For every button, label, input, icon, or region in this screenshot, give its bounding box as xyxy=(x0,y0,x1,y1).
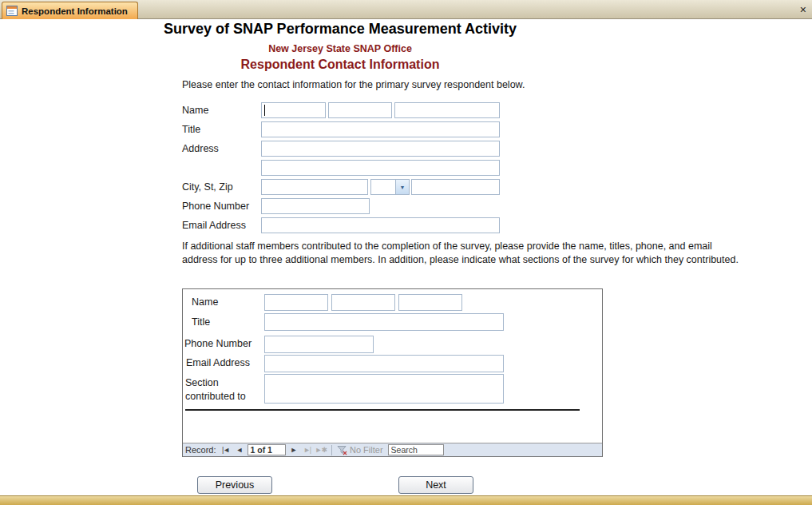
subform-name-label: Name xyxy=(192,296,218,308)
name-label: Name xyxy=(182,105,208,116)
previous-button[interactable]: Previous xyxy=(197,476,272,494)
email-input[interactable] xyxy=(261,217,500,233)
title-input[interactable] xyxy=(261,121,500,137)
subform-section-label: Section contributed to xyxy=(185,376,265,404)
zip-input[interactable] xyxy=(411,179,500,195)
address-label: Address xyxy=(182,143,219,154)
subform-first-name-input[interactable] xyxy=(264,294,328,311)
subform-section-input[interactable] xyxy=(264,374,504,404)
first-name-input[interactable] xyxy=(261,102,326,118)
tab-label: Respondent Information xyxy=(22,6,128,16)
last-name-input[interactable] xyxy=(394,102,500,118)
section-title: Respondent Contact Information xyxy=(0,58,680,72)
subform-phone-label: Phone Number xyxy=(184,338,252,349)
subform-title-input[interactable] xyxy=(264,313,504,331)
address-line1-input[interactable] xyxy=(261,141,500,157)
instructions-text: Please enter the contact information for… xyxy=(182,79,525,90)
record-search-input[interactable] xyxy=(388,444,444,455)
email-label: Email Address xyxy=(182,220,246,231)
new-record-icon[interactable]: ►✱ xyxy=(315,446,327,454)
first-record-icon[interactable]: |◄ xyxy=(220,446,232,454)
office-subtitle: New Jersey State SNAP Office xyxy=(0,43,680,54)
no-filter-icon xyxy=(337,445,347,455)
text-cursor xyxy=(264,105,265,116)
form-icon xyxy=(6,6,18,16)
middle-name-input[interactable] xyxy=(328,102,392,118)
tab-bar: Respondent Information × xyxy=(0,0,812,19)
subform-divider xyxy=(185,409,580,411)
subform-middle-name-input[interactable] xyxy=(331,294,395,311)
dropdown-arrow-icon[interactable]: ▼ xyxy=(395,180,409,194)
tab-respondent-information[interactable]: Respondent Information xyxy=(2,2,138,19)
city-st-zip-label: City, St, Zip xyxy=(182,181,233,193)
next-button[interactable]: Next xyxy=(398,476,473,494)
phone-label: Phone Number xyxy=(182,201,249,212)
filter-status[interactable]: No Filter xyxy=(350,445,383,455)
last-record-icon[interactable]: ►| xyxy=(302,446,313,454)
state-value xyxy=(371,180,395,194)
record-navigator: Record: |◄ ◄ 1 of 1 ► ►| ►✱ No Filter xyxy=(183,443,602,456)
record-label: Record: xyxy=(185,445,216,455)
navigator-separator xyxy=(331,445,332,455)
next-record-icon[interactable]: ► xyxy=(288,446,299,454)
state-combobox[interactable]: ▼ xyxy=(370,179,410,195)
previous-record-icon[interactable]: ◄ xyxy=(234,446,245,454)
record-position[interactable]: 1 of 1 xyxy=(248,444,286,455)
bottom-bar xyxy=(0,495,812,505)
subform-last-name-input[interactable] xyxy=(398,294,462,311)
additional-staff-instructions: If additional staff members contributed … xyxy=(182,240,739,267)
access-form-window: Respondent Information × Survey of SNAP … xyxy=(0,0,812,505)
subform-email-label: Email Address xyxy=(186,357,250,368)
address-line2-input[interactable] xyxy=(261,160,500,176)
close-icon[interactable]: × xyxy=(800,2,806,17)
subform-email-input[interactable] xyxy=(264,355,504,372)
subform-phone-input[interactable] xyxy=(264,336,374,353)
city-input[interactable] xyxy=(261,179,368,195)
title-label: Title xyxy=(182,124,200,135)
subform-title-label: Title xyxy=(192,316,210,328)
page-title: Survey of SNAP Performance Measurement A… xyxy=(0,21,680,38)
phone-input[interactable] xyxy=(261,198,370,214)
